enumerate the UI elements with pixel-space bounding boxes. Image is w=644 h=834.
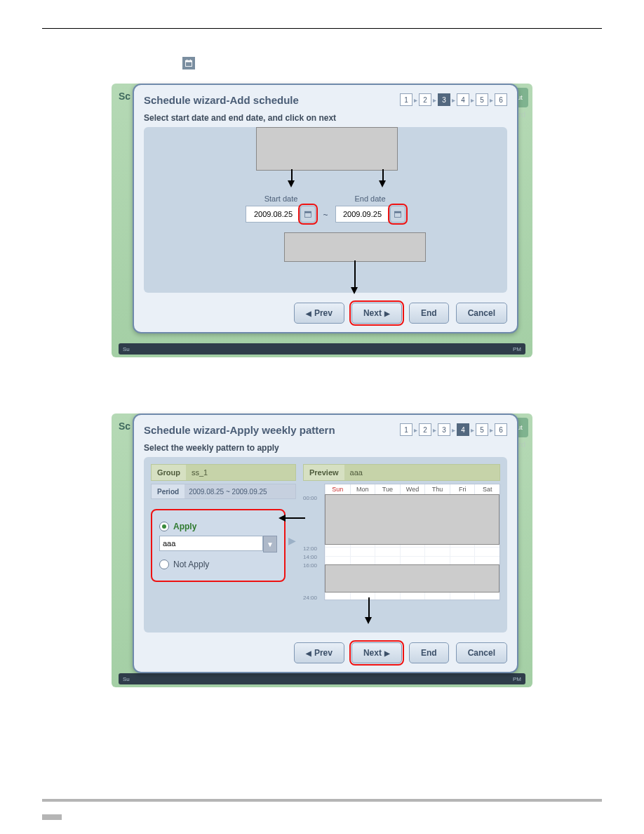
arrow-line <box>354 260 356 289</box>
expand-icon: ▶ <box>288 535 296 546</box>
start-date-input[interactable] <box>246 206 300 223</box>
group-bar: Group ss_1 <box>151 464 296 481</box>
svg-rect-1 <box>186 60 192 62</box>
intro-row <box>182 57 602 70</box>
prev-button[interactable]: ◀Prev <box>294 642 344 663</box>
step-3[interactable]: 3 <box>438 93 450 106</box>
svg-rect-2 <box>187 60 187 61</box>
apply-box: Apply ▼ Not Apply <box>151 509 286 582</box>
bg-rd: rd <box>518 110 525 119</box>
dialog-body: Group ss_1 Period 2009.08.25 ~ 2009.09.2… <box>144 457 507 633</box>
arrow-line <box>284 517 305 519</box>
apply-radio[interactable] <box>159 522 169 531</box>
callout-bottom <box>284 232 426 262</box>
arrow-head <box>288 180 295 187</box>
dialog-body: Start date ~ End date <box>144 127 507 293</box>
cancel-button[interactable]: Cancel <box>456 303 507 324</box>
svg-rect-7 <box>394 211 401 213</box>
step-1[interactable]: 1 <box>400 423 412 436</box>
step-2[interactable]: 2 <box>419 93 431 106</box>
step-6[interactable]: 6 <box>495 423 507 436</box>
top-rule <box>42 28 602 29</box>
step-2[interactable]: 2 <box>419 423 431 436</box>
apply-select-dropdown[interactable]: ▼ <box>263 536 277 552</box>
dialog-add-schedule: Schedule wizard-Add schedule 1▸ 2▸ 3▸ 4▸… <box>133 84 518 333</box>
arrow-line <box>368 597 370 618</box>
apply-label: Apply <box>173 522 196 531</box>
day-thu: Thu <box>424 484 450 494</box>
day-sat: Sat <box>474 484 499 494</box>
not-apply-radio-row[interactable]: Not Apply <box>159 560 277 569</box>
day-fri: Fri <box>450 484 475 494</box>
bg-rd: rd <box>518 440 525 449</box>
not-apply-radio[interactable] <box>159 560 169 569</box>
wizard-steps: 1▸ 2▸ 3▸ 4▸ 5▸ 6 <box>400 423 507 436</box>
preview-bar: Preview aaa <box>303 464 500 481</box>
dialog-subtitle: Select start date and end date, and clic… <box>144 113 507 123</box>
end-button[interactable]: End <box>409 642 449 663</box>
dialog-title: Schedule wizard-Apply weekly pattern <box>144 424 335 436</box>
arrow-head <box>365 617 372 624</box>
next-button[interactable]: Next▶ <box>351 642 402 663</box>
screenshot-1: Sc ut rd SuPM Schedule wizard-Add schedu… <box>112 84 532 357</box>
cancel-button[interactable]: Cancel <box>456 642 507 663</box>
day-wed: Wed <box>400 484 425 494</box>
preview-block-bottom <box>325 564 499 593</box>
step-5[interactable]: 5 <box>476 93 488 106</box>
end-date-calendar-button[interactable] <box>390 206 405 223</box>
apply-select-input[interactable] <box>159 536 263 551</box>
tilde: ~ <box>323 210 328 220</box>
dialog-apply-weekly: Schedule wizard-Apply weekly pattern 1▸ … <box>133 413 518 673</box>
calendar-icon <box>182 57 195 70</box>
bg-bot: SuPM <box>119 673 525 684</box>
step-3[interactable]: 3 <box>438 423 450 436</box>
svg-rect-3 <box>190 60 191 61</box>
callout-top <box>256 127 398 171</box>
bottom-rule <box>42 799 602 802</box>
start-date-calendar-button[interactable] <box>300 206 316 223</box>
arrow-head <box>351 287 358 294</box>
apply-radio-row[interactable]: Apply <box>159 522 277 531</box>
bg-bot: SuPM <box>119 343 525 355</box>
dialog-subtitle: Select the weekly pattern to apply <box>144 443 507 453</box>
end-date-input[interactable] <box>335 206 390 223</box>
bg-sc: Sc <box>119 421 130 432</box>
day-sun: Sun <box>325 484 350 494</box>
end-button[interactable]: End <box>409 303 449 324</box>
arrow-head <box>379 180 386 187</box>
not-apply-label: Not Apply <box>173 560 209 569</box>
period-bar: Period 2009.08.25 ~ 2009.09.25 <box>151 484 296 499</box>
end-date-label: End date <box>354 194 385 203</box>
day-tue: Tue <box>375 484 400 494</box>
schedule-preview-grid: Sun Mon Tue Wed Thu Fri Sat <box>324 484 500 600</box>
start-date-label: Start date <box>264 194 298 203</box>
preview-block-top <box>325 494 499 545</box>
wizard-steps: 1▸ 2▸ 3▸ 4▸ 5▸ 6 <box>400 93 507 106</box>
prev-button[interactable]: ◀Prev <box>294 303 344 324</box>
screenshot-2: Sc ut rd SuPM Schedule wizard-Apply week… <box>112 413 532 687</box>
step-4[interactable]: 4 <box>457 423 469 436</box>
dialog-title: Schedule wizard-Add schedule <box>144 94 299 106</box>
day-mon: Mon <box>350 484 375 494</box>
arrow-head <box>279 515 286 522</box>
step-6[interactable]: 6 <box>495 93 507 106</box>
page-number <box>42 814 62 820</box>
bg-sc: Sc <box>119 91 130 102</box>
svg-rect-5 <box>305 211 311 213</box>
next-button[interactable]: Next▶ <box>351 303 402 324</box>
step-1[interactable]: 1 <box>400 93 412 106</box>
step-5[interactable]: 5 <box>476 423 488 436</box>
step-4[interactable]: 4 <box>457 93 469 106</box>
